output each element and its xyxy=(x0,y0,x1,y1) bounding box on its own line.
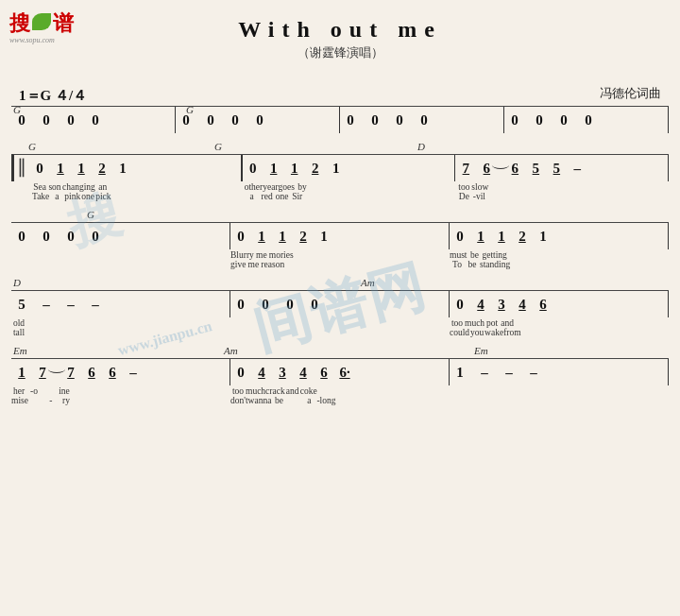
s2-lyrics-row1: Blurrymemories mustbegetting xyxy=(11,250,669,260)
s4-chord3: Em xyxy=(474,345,488,356)
intro-row: 0 0 0 0 0 0 0 0 0 0 xyxy=(11,106,669,133)
s2-bar2: 0 1 1 2 1 xyxy=(230,223,449,249)
s3-bar2: 0 0 0 0 xyxy=(230,291,449,317)
s3-notes-row: 5 – – – 0 0 0 0 0 4 3 xyxy=(11,290,669,317)
bar-line xyxy=(668,291,670,317)
s3-lyrics-row2: tall couldyouwakefrom xyxy=(11,328,669,337)
chord-labels-row3: D Am xyxy=(11,277,669,290)
s3-lyr2-b1: tall xyxy=(11,328,230,337)
main-content: G G 0 0 0 0 0 0 0 0 xyxy=(11,106,669,410)
s3-lyr2-b3: couldyouwakefrom xyxy=(450,328,669,337)
s1-lyr2-bar3: De-vil xyxy=(456,192,669,201)
s2-lyr1-bar1 xyxy=(11,250,230,260)
s3-lyr2-b2 xyxy=(230,328,450,337)
s1-lyr1-bar1: Seasonchangingan xyxy=(32,182,245,192)
chord-labels-row4: Em Am Em xyxy=(11,345,669,358)
bar-line-end xyxy=(668,107,670,133)
s4-lyrics-row1: her-o ine toomuchcrackandcoke xyxy=(11,386,669,396)
s1-lyrics-row2: Takeapinkonepick aredoneSir De-vil xyxy=(11,192,669,201)
chord-labels-row1: G G D xyxy=(11,141,669,154)
logo-leaf-icon xyxy=(32,13,51,30)
s3-chord2: Am xyxy=(361,277,375,288)
s2-lyr1-bar3: mustbegetting xyxy=(450,250,669,260)
s1-lyrics-row1: Seasonchangingan otheryeargoesby tooslow xyxy=(11,182,669,192)
s1-lyr2-bar2: aredoneSir xyxy=(245,192,457,201)
slur-arc2 xyxy=(48,366,65,373)
s4-lyr2-b1: mise -ry xyxy=(11,396,230,405)
s2-lyr2-bar3: Tobestanding xyxy=(450,260,669,269)
logo-text1: 搜 xyxy=(9,9,30,38)
s3-lyr1-b1: old xyxy=(11,318,230,328)
logo-url: www.sopu.com xyxy=(9,36,55,44)
s4-lyr2-b3 xyxy=(450,396,669,405)
s3-lyrics-row1: old toomuchpotand xyxy=(11,318,669,328)
section2: G 0 0 0 0 0 1 1 2 1 xyxy=(11,209,669,269)
s3-lyr1-b2 xyxy=(230,318,450,328)
s2-lyr2-bar1 xyxy=(11,260,230,269)
bar-line xyxy=(668,359,670,385)
song-subtitle: （谢霆锋演唱） xyxy=(19,44,661,61)
s1-chord3: D xyxy=(417,141,425,152)
s3-bar1: 5 – – – xyxy=(11,291,230,317)
title-block: With out me （谢霆锋演唱） xyxy=(19,17,661,61)
s4-bar2: 0 4 3 4 6 6· xyxy=(230,359,449,385)
s1-chord1: G xyxy=(28,141,36,152)
intro-staff: G G 0 0 0 0 0 0 0 0 xyxy=(11,106,669,133)
intro-bar2: 0 0 0 0 xyxy=(176,107,339,133)
composer: 冯德伦词曲 xyxy=(600,85,661,102)
s1-bar3: 7 6 6 5 5 – xyxy=(455,155,667,181)
s4-chord2: Am xyxy=(224,345,238,356)
s3-lyr1-b3: toomuchpotand xyxy=(450,318,669,328)
s2-notes-row: 0 0 0 0 0 1 1 2 1 0 1 xyxy=(11,222,669,249)
section1: G G D ∥ 0 1 1 2 1 0 1 xyxy=(11,141,669,201)
s4-lyr1-b1: her-o ine xyxy=(11,386,230,396)
intro-bar4: 0 0 0 0 xyxy=(504,107,668,133)
s3-bar3: 0 4 3 4 6 xyxy=(450,291,668,317)
bar-line xyxy=(668,223,670,249)
section3: D Am 5 – – – 0 0 0 0 xyxy=(11,277,669,337)
section4: Em Am Em 1 7 7 6 6 – 0 4 xyxy=(11,345,669,405)
s4-chord1: Em xyxy=(13,345,27,356)
s4-lyr1-b2: toomuchcrackandcoke xyxy=(230,386,450,396)
s1-chord2: G xyxy=(214,141,222,152)
s1-bar1: 0 1 1 2 1 xyxy=(29,155,241,181)
bar-line xyxy=(668,155,670,181)
s2-lyr2-bar2: givemereason xyxy=(230,260,450,269)
s4-bar3: 1 – – – xyxy=(450,359,668,385)
logo-text2: 谱 xyxy=(53,9,74,38)
intro-bar1: 0 0 0 0 xyxy=(11,107,175,133)
page: 搜 谱 www.sopu.com With out me （谢霆锋演唱） 冯德伦… xyxy=(0,0,680,616)
s1-lyr1-bar3: tooslow xyxy=(456,182,669,192)
s2-bar1: 0 0 0 0 xyxy=(11,223,230,249)
intro-section: G G 0 0 0 0 0 0 0 0 xyxy=(11,106,669,133)
s4-lyrics-row2: mise -ry don'twannabe a-long xyxy=(11,396,669,405)
s4-notes-row: 1 7 7 6 6 – 0 4 3 4 6 6· xyxy=(11,358,669,385)
s2-bar3: 0 1 1 2 1 xyxy=(450,223,668,249)
s4-lyr2-b2: don'twannabe a-long xyxy=(230,396,450,405)
s1-notes-row: ∥ 0 1 1 2 1 0 1 1 2 1 xyxy=(11,154,669,181)
key-signature: 1＝G ４/４ xyxy=(19,87,87,105)
s4-bar1: 1 7 7 6 6 – xyxy=(11,359,230,385)
logo: 搜 谱 www.sopu.com xyxy=(9,9,74,38)
s2-chord1: G xyxy=(87,209,94,220)
intro-bar3: 0 0 0 0 xyxy=(340,107,503,133)
song-title: With out me xyxy=(19,17,661,43)
s2-lyr1-bar2: Blurrymemories xyxy=(230,250,450,260)
s2-lyrics-row2: givemereason Tobestanding xyxy=(11,260,669,269)
s4-lyr1-b3 xyxy=(450,386,669,396)
chord-labels-row2: G xyxy=(11,209,669,222)
s1-bar2: 0 1 1 2 1 xyxy=(243,155,454,181)
s3-chord1: D xyxy=(13,277,21,288)
s1-lyr2-bar1: Takeapinkonepick xyxy=(32,192,245,201)
repeat-dots: ∥ xyxy=(14,157,29,183)
s1-lyr1-bar2: otheryeargoesby xyxy=(245,182,457,192)
